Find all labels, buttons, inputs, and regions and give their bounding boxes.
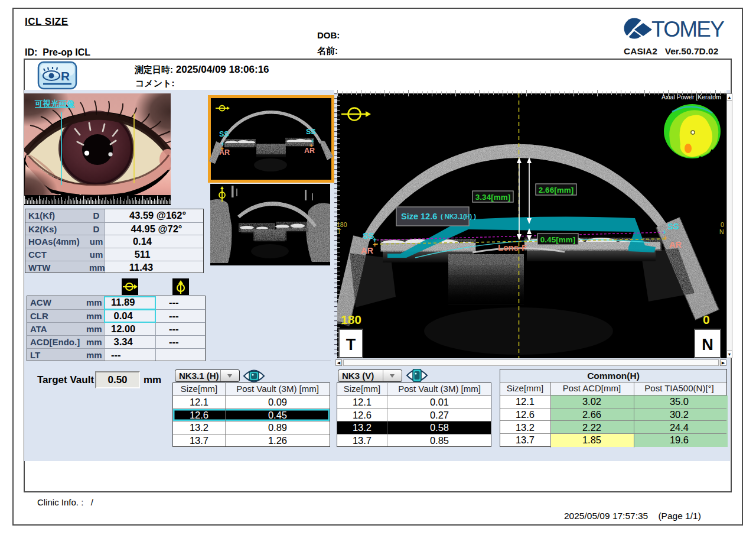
svg-text:180: 180 <box>341 313 361 326</box>
svg-text:N: N <box>702 336 713 354</box>
svg-text:Axial Power [Keratom: Axial Power [Keratom <box>662 93 721 100</box>
svg-text:Size 12.6: Size 12.6 <box>401 212 437 221</box>
svg-text:3.34[mm]: 3.34[mm] <box>475 193 510 202</box>
svg-text:T: T <box>337 228 341 235</box>
svg-text:+: + <box>663 234 667 242</box>
svg-text:+: + <box>373 241 377 249</box>
svg-text:TOMEY: TOMEY <box>651 17 725 41</box>
svg-text:0: 0 <box>721 221 724 228</box>
svg-text:N: N <box>719 228 724 235</box>
svg-text:CASIA2 Ver.50.7D.02: CASIA2 Ver.50.7D.02 <box>624 46 718 56</box>
svg-text:Lens-F: Lens-F <box>498 242 527 252</box>
svg-text:AR: AR <box>669 240 682 249</box>
svg-text:SS: SS <box>306 128 316 136</box>
svg-text:T: T <box>346 336 356 354</box>
svg-text:( NK3.1(H) ): ( NK3.1(H) ) <box>441 213 476 220</box>
svg-text:0.45[mm]: 0.45[mm] <box>540 235 575 244</box>
svg-text:+: + <box>220 145 224 152</box>
svg-text:R: R <box>61 69 70 83</box>
svg-text:+: + <box>309 142 313 149</box>
svg-text:SS: SS <box>219 130 229 138</box>
svg-text:2.66[mm]: 2.66[mm] <box>539 186 573 194</box>
svg-text:180: 180 <box>337 221 347 228</box>
svg-text:SS: SS <box>667 222 679 231</box>
svg-text:可視光画像: 可視光画像 <box>34 99 75 108</box>
svg-text:0: 0 <box>703 313 710 326</box>
svg-text:AR: AR <box>361 246 373 255</box>
